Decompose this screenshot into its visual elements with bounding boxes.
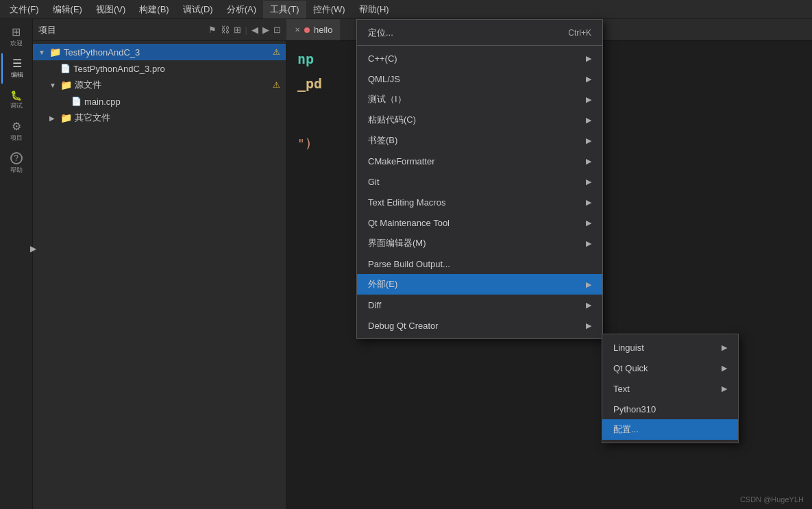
menu-qmljs[interactable]: QML/JS ▶ [357,69,602,89]
sidebar-help[interactable]: ? 帮助 [1,148,32,178]
menu-debug-qtcreator[interactable]: Debug Qt Creator ▶ [357,315,602,336]
tree-arrow-project: ▼ [38,49,47,56]
menu-diff[interactable]: Diff ▶ [357,295,602,315]
menu-ui-editor[interactable]: 界面编辑器(M) ▶ [357,233,602,253]
tree-item-pro-file[interactable]: ▶ 📄 TestPythonAndC_3.pro [33,60,286,77]
menu-diff-arrow: ▶ [586,301,591,310]
menu-parse-build-label: Parse Build Output... [368,259,450,269]
project-icon: ⚙ [12,121,21,132]
other-folder-icon: 📁 [60,112,72,123]
submenu-text-label: Text [613,384,630,394]
watermark-text: CSDN @HugeYLH [740,495,804,504]
split-icon[interactable]: ⊞ [234,25,241,35]
pro-file-icon: 📄 [60,64,71,73]
menu-external-arrow: ▶ [586,280,591,289]
menu-debug-qtcreator-arrow: ▶ [586,321,591,330]
nav-spacer: ⚑ ⛓ ⊞ | ◀ ▶ ⊡ [208,25,281,35]
menu-build[interactable]: 构建(B) [132,1,175,18]
cpp-file-icon: 📄 [71,97,82,106]
menu-git-label: Git [368,177,380,187]
link-icon[interactable]: ⛓ [221,25,230,35]
tree-item-sources[interactable]: ▼ 📁 源文件 ⚠ [33,77,286,93]
tree-item-project[interactable]: ▼ 📁 TestPythonAndC_3 ⚠ [33,44,286,60]
menu-diff-label: Diff [368,300,381,310]
menu-external[interactable]: 外部(E) ▶ [357,274,602,295]
submenu-linguist-label: Linguist [613,343,644,353]
menu-cmake-formatter[interactable]: CMakeFormatter ▶ [357,151,602,171]
menu-qt-maintenance[interactable]: Qt Maintenance Tool ▶ [357,212,602,233]
menu-file[interactable]: 文件(F) [3,1,46,18]
sidebar-project-label: 项目 [10,134,23,142]
menu-text-editing-macros-arrow: ▶ [586,198,591,207]
menu-qt-maintenance-arrow: ▶ [586,219,591,227]
menu-view[interactable]: 视图(V) [89,1,132,18]
sidebar-help-label: 帮助 [10,166,23,175]
menu-bookmark-label: 书签(B) [368,134,397,147]
panel-title: 项目 [38,24,56,36]
menu-debug[interactable]: 调试(D) [176,1,220,18]
menu-locate-shortcut: Ctrl+K [568,28,591,38]
menu-paste-code[interactable]: 粘贴代码(C) ▶ [357,110,602,130]
menu-bookmark-arrow: ▶ [586,136,591,145]
menu-debug-qtcreator-label: Debug Qt Creator [368,321,439,331]
menu-analyze[interactable]: 分析(A) [220,1,263,18]
help-icon: ? [10,152,23,164]
submenu-qt-quick[interactable]: Qt Quick ▶ [602,358,738,378]
filter-icon[interactable]: ⚑ [208,25,217,35]
submenu-python310-label: Python310 [613,404,656,414]
menu-paste-code-arrow: ▶ [586,116,591,125]
menu-edit[interactable]: 编辑(E) [46,1,89,18]
sidebar-edit[interactable]: ☰ 编辑 [1,53,32,84]
nav-forward-icon[interactable]: ▶ [262,25,269,35]
welcome-icon: ⊞ [12,27,21,38]
left-sidebar: ⊞ 欢迎 ☰ 编辑 🐛 调试 ⚙ 项目 ? 帮助 [0,19,33,509]
watermark: CSDN @HugeYLH [740,495,804,504]
submenu-configure[interactable]: 配置... [602,419,738,440]
nav-back-icon[interactable]: ◀ [251,25,258,35]
project-panel: ▼ 📁 TestPythonAndC_3 ⚠ ▶ 📄 TestPythonAnd… [33,41,286,509]
tree-item-other[interactable]: ▶ 📁 其它文件 [33,110,286,126]
submenu-linguist[interactable]: Linguist ▶ [602,337,738,358]
edit-icon: ☰ [12,58,22,69]
menu-sep-1 [357,45,602,46]
tree-label-other: 其它文件 [75,112,110,124]
menu-widgets[interactable]: 控件(W) [306,1,352,18]
project-folder-icon: 📁 [49,47,61,58]
sidebar-debug[interactable]: 🐛 调试 [1,85,32,115]
tree-label-project: TestPythonAndC_3 [64,47,140,58]
tab-hello[interactable]: ✕ hello [286,19,341,40]
submenu-qt-quick-arrow: ▶ [722,364,727,373]
sidebar-welcome[interactable]: ⊞ 欢迎 [1,22,32,52]
expand-panel-arrow[interactable]: ▶ [30,244,36,253]
menu-git-arrow: ▶ [586,177,591,186]
tree-item-main-cpp[interactable]: ▶ 📄 main.cpp [33,93,286,110]
menu-git[interactable]: Git ▶ [357,171,602,192]
menu-cpp[interactable]: C++(C) ▶ [357,48,602,69]
menu-cmake-formatter-arrow: ▶ [586,157,591,166]
menu-help[interactable]: 帮助(H) [352,1,396,18]
external-submenu: Linguist ▶ Qt Quick ▶ Text ▶ Python310 配… [602,334,739,443]
menu-test[interactable]: 测试（I） ▶ [357,89,602,110]
submenu-python310[interactable]: Python310 [602,399,738,419]
menu-locate[interactable]: 定位... Ctrl+K [357,23,602,43]
nav-lock-icon[interactable]: ⊡ [273,25,281,35]
submenu-text[interactable]: Text ▶ [602,378,738,399]
menu-text-editing-macros-label: Text Editing Macros [368,197,445,208]
menu-tools[interactable]: 工具(T) [263,1,306,18]
tools-dropdown: 定位... Ctrl+K C++(C) ▶ QML/JS ▶ 测试（I） ▶ 粘… [356,19,603,339]
sidebar-project[interactable]: ⚙ 项目 [1,116,32,147]
menu-text-editing-macros[interactable]: Text Editing Macros ▶ [357,192,602,212]
menu-locate-label: 定位... [368,27,393,39]
submenu-text-arrow: ▶ [722,384,727,393]
menu-bookmark[interactable]: 书签(B) ▶ [357,130,602,151]
tree-view: ▼ 📁 TestPythonAndC_3 ⚠ ▶ 📄 TestPythonAnd… [33,41,286,129]
menu-qt-maintenance-label: Qt Maintenance Tool [368,218,450,228]
menu-cpp-label: C++(C) [368,53,397,64]
warning-icon-project: ⚠ [273,47,280,57]
menu-parse-build[interactable]: Parse Build Output... [357,253,602,274]
menu-ui-editor-arrow: ▶ [586,239,591,248]
tab-close-btn[interactable]: ✕ [295,26,300,34]
sidebar-debug-label: 调试 [10,101,23,110]
menu-paste-code-label: 粘贴代码(C) [368,114,416,126]
tree-label-pro: TestPythonAndC_3.pro [73,64,165,74]
